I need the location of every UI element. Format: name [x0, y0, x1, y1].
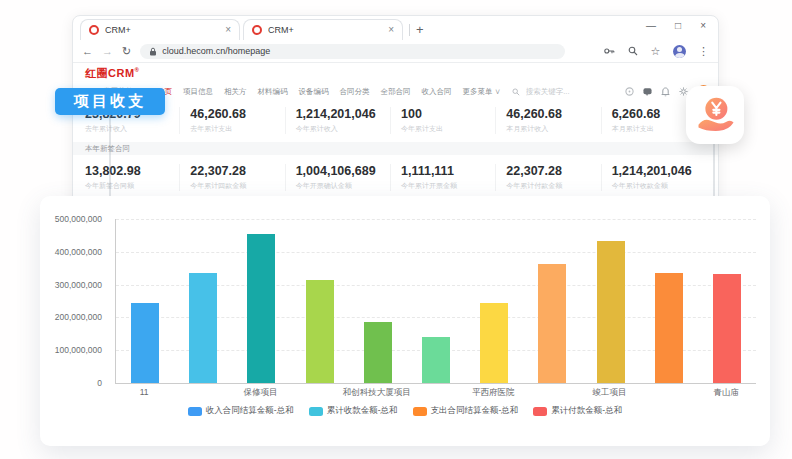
key-icon[interactable] — [604, 46, 615, 57]
search-input[interactable] — [524, 86, 616, 97]
bell-icon[interactable] — [661, 87, 670, 97]
maximize-button[interactable]: □ — [675, 20, 681, 31]
nav-item-0[interactable]: 项目信息 — [183, 87, 213, 97]
stat-value: 46,260.68 — [506, 107, 600, 121]
stat-column: 46,260.68去年累计支出 — [179, 107, 284, 134]
minimize-button[interactable]: — — [646, 20, 656, 31]
stat-column: 22,307.28今年累计回款金额 — [179, 164, 284, 191]
crm-favicon-icon — [89, 25, 99, 35]
address-bar[interactable]: cloud.hecom.cn/homepage — [140, 44, 565, 59]
y-tick-label: 100,000,000 — [55, 345, 102, 355]
nav-item-2[interactable]: 材料编码 — [257, 87, 287, 97]
y-tick-label: 200,000,000 — [55, 312, 102, 322]
crm-app-content: 红圈CRM® 常用菜单 | 首页 项目信息相关方材料编码设备编码合同分类全部合同… — [73, 63, 718, 198]
stat-column: 46,260.68本月累计收入 — [495, 107, 600, 134]
tab-close-icon[interactable]: × — [388, 25, 394, 35]
chart-legend: 收入合同结算金额-总和累计收款金额-总和支出合同结算金额-总和累计付款金额-总和 — [40, 405, 770, 417]
bookmark-star-icon[interactable]: ☆ — [650, 46, 661, 57]
y-tick-label: 0 — [97, 378, 102, 388]
nav-item-4[interactable]: 合同分类 — [339, 87, 369, 97]
chart-bar[interactable] — [422, 337, 450, 383]
chart-bar[interactable] — [538, 264, 566, 383]
project-income-expense-chart-card: 0100,000,000200,000,000300,000,000400,00… — [40, 196, 770, 446]
stat-value: 46,260.68 — [190, 107, 284, 121]
tab-title: CRM+ — [268, 25, 382, 35]
stat-value: 100 — [401, 107, 495, 121]
global-search[interactable] — [512, 86, 616, 97]
legend-label: 累计付款金额-总和 — [551, 405, 622, 417]
legend-swatch-icon — [188, 407, 202, 416]
message-icon[interactable] — [643, 87, 652, 96]
nav-item-3[interactable]: 设备编码 — [298, 87, 328, 97]
nav-item-1[interactable]: 相关方 — [224, 87, 247, 97]
y-tick-label: 500,000,000 — [55, 214, 102, 224]
badge-connector-line — [109, 115, 111, 197]
nav-item-more-menu[interactable]: 更多菜单 ∨ — [462, 87, 500, 97]
legend-item[interactable]: 累计收款金额-总和 — [309, 405, 398, 417]
browser-tab-2[interactable]: CRM+ × — [243, 19, 403, 40]
back-button[interactable]: ← — [82, 46, 93, 57]
stat-column: 1,111,111今年累计开票金额 — [390, 164, 495, 191]
chart-bar[interactable] — [306, 280, 334, 383]
stat-label: 今年累计收入 — [296, 124, 390, 134]
tab-title: CRM+ — [105, 25, 219, 35]
x-tick-label: 青山庙 — [713, 387, 739, 399]
stat-label: 今年累计收款金额 — [612, 181, 706, 191]
lock-icon — [149, 47, 157, 56]
chart-bar[interactable] — [131, 303, 159, 383]
chart-bar[interactable] — [713, 274, 741, 383]
legend-item[interactable]: 累计付款金额-总和 — [533, 405, 622, 417]
browser-tab-1[interactable]: CRM+ × — [80, 19, 240, 40]
url-text: cloud.hecom.cn/homepage — [162, 46, 270, 56]
stat-column: 22,307.28今年累计付款金额 — [495, 164, 600, 191]
chart-bar[interactable] — [247, 234, 275, 383]
x-tick-label: 平西府医院 — [472, 387, 515, 399]
legend-swatch-icon — [413, 407, 427, 416]
chart-bar[interactable] — [655, 273, 683, 383]
legend-item[interactable]: 收入合同结算金额-总和 — [188, 405, 294, 417]
help-icon[interactable] — [625, 87, 634, 96]
chart-bar[interactable] — [364, 322, 392, 383]
stat-label: 今年新签合同额 — [85, 181, 179, 191]
yuan-hand-icon-card[interactable] — [686, 86, 744, 144]
stat-column: 13,802.98今年新签合同额 — [85, 164, 179, 191]
chart-bar[interactable] — [597, 241, 625, 383]
stat-label: 今年累计支出 — [401, 124, 495, 134]
y-tick-label: 300,000,000 — [55, 280, 102, 290]
gridline — [116, 219, 756, 220]
chart-bar[interactable] — [480, 303, 508, 383]
toolbar-right-icons: ☆ ⋮ — [604, 45, 709, 58]
forward-button[interactable]: → — [102, 46, 113, 57]
stat-value: 22,307.28 — [506, 164, 600, 178]
stat-value: 1,111,111 — [401, 164, 495, 178]
stat-label: 本月累计收入 — [506, 124, 600, 134]
x-tick-label: 竣工项目 — [593, 387, 627, 399]
nav-item-6[interactable]: 收入合同 — [421, 87, 451, 97]
stat-column: 1,004,106,689今年开票确认金额 — [285, 164, 390, 191]
nav-items: 项目信息相关方材料编码设备编码合同分类全部合同收入合同 — [183, 87, 452, 97]
y-tick-label: 400,000,000 — [55, 247, 102, 257]
legend-item[interactable]: 支出合同结算金额-总和 — [413, 405, 519, 417]
tab-close-icon[interactable]: × — [225, 25, 231, 35]
stat-column: 100今年累计支出 — [390, 107, 495, 134]
close-button[interactable]: × — [700, 20, 706, 31]
new-tab-button[interactable]: + — [416, 22, 424, 37]
crm-nav-bar: 常用菜单 | 首页 项目信息相关方材料编码设备编码合同分类全部合同收入合同 更多… — [85, 85, 706, 98]
x-tick-label: 和创科技大厦项目 — [343, 387, 411, 399]
stat-label: 去年累计收入 — [85, 124, 179, 134]
browser-menu-icon[interactable]: ⋮ — [698, 46, 709, 57]
crm-logo[interactable]: 红圈CRM® — [85, 66, 139, 81]
stats-row-2: 13,802.98今年新签合同额22,307.28今年累计回款金额1,004,1… — [85, 155, 706, 198]
stat-label: 去年累计支出 — [190, 124, 284, 134]
profile-avatar[interactable] — [673, 45, 686, 58]
search-icon — [512, 88, 520, 96]
project-income-expense-badge[interactable]: 项目收支 — [55, 88, 165, 115]
reload-button[interactable]: ↻ — [122, 46, 131, 57]
tab-divider — [409, 24, 410, 36]
stat-value: 1,214,201,046 — [612, 164, 706, 178]
legend-swatch-icon — [533, 407, 547, 416]
stat-label: 今年开票确认金额 — [296, 181, 390, 191]
nav-item-5[interactable]: 全部合同 — [380, 87, 410, 97]
chart-bar[interactable] — [189, 273, 217, 383]
zoom-icon[interactable] — [627, 46, 638, 57]
